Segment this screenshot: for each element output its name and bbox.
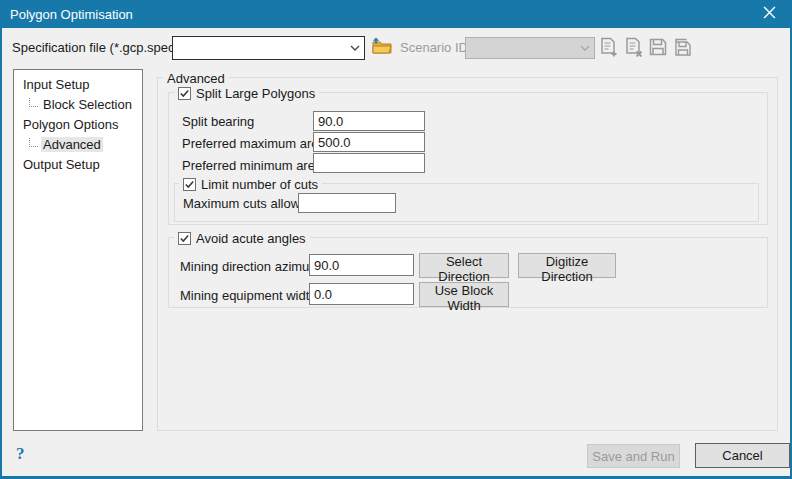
scenario-id-combobox[interactable]: [465, 37, 595, 59]
spec-file-label: Specification file (*.gcp.spec): [12, 40, 179, 55]
save-scenario-button[interactable]: [648, 38, 668, 58]
settings-tree: Input Setup Block Selection Polygon Opti…: [13, 69, 143, 431]
save-scenario-copy-button[interactable]: [671, 38, 693, 58]
split-large-polygons-label: Split Large Polygons: [196, 86, 315, 101]
tree-item-input-setup[interactable]: Input Setup: [14, 75, 142, 95]
use-block-width-button[interactable]: Use Block Width: [419, 282, 509, 307]
limit-number-of-cuts-label: Limit number of cuts: [201, 177, 318, 192]
tree-branch-icon: [29, 98, 38, 107]
avoid-acute-angles-label: Avoid acute angles: [196, 231, 306, 246]
tree-item-block-selection[interactable]: Block Selection: [14, 95, 142, 115]
tree-item-polygon-options[interactable]: Polygon Options: [14, 115, 142, 135]
new-scenario-button[interactable]: [599, 37, 619, 59]
delete-scenario-icon: [625, 37, 643, 60]
digitize-direction-button[interactable]: Digitize Direction: [518, 253, 616, 278]
new-scenario-icon: [600, 37, 618, 60]
avoid-acute-angles-checkbox[interactable]: [178, 232, 191, 245]
close-icon: [763, 6, 776, 22]
tree-branch-icon: [29, 138, 38, 147]
preferred-maximum-area-label: Preferred maximum area: [182, 136, 326, 151]
save-and-run-button[interactable]: Save and Run: [587, 444, 680, 468]
chevron-down-icon: [576, 45, 594, 51]
cancel-button[interactable]: Cancel: [695, 443, 790, 468]
limit-number-of-cuts-checkbox[interactable]: [183, 178, 196, 191]
open-folder-button[interactable]: [370, 37, 394, 58]
tree-item-advanced[interactable]: Advanced: [14, 135, 142, 155]
split-large-polygons-checkbox[interactable]: [178, 87, 191, 100]
mining-equipment-width-label: Mining equipment width: [180, 288, 317, 303]
maximum-cuts-allowed-input[interactable]: [298, 193, 396, 213]
select-direction-button[interactable]: Select Direction: [419, 253, 509, 278]
spec-file-combobox[interactable]: [172, 36, 365, 60]
split-bearing-input[interactable]: [313, 111, 425, 131]
open-folder-icon: [371, 37, 393, 58]
preferred-minimum-area-label: Preferred minimum area: [182, 158, 322, 173]
preferred-maximum-area-input[interactable]: [313, 132, 425, 152]
chevron-down-icon: [346, 45, 364, 51]
polygon-optimisation-dialog: Polygon Optimisation Specification file …: [0, 0, 792, 479]
titlebar: Polygon Optimisation: [0, 0, 792, 28]
window-title: Polygon Optimisation: [10, 7, 133, 22]
mining-equipment-width-input[interactable]: [309, 283, 414, 305]
panel-title: Advanced: [163, 70, 229, 86]
save-scenario-copy-icon: [672, 38, 692, 59]
mining-direction-azimuth-input[interactable]: [309, 254, 414, 276]
tree-item-output-setup[interactable]: Output Setup: [14, 155, 142, 175]
delete-scenario-button[interactable]: [624, 37, 644, 59]
scenario-id-label: Scenario ID: [400, 40, 468, 55]
close-button[interactable]: [746, 0, 792, 28]
save-scenario-icon: [649, 38, 667, 59]
split-bearing-label: Split bearing: [182, 114, 254, 129]
maximum-cuts-allowed-label: Maximum cuts allowed: [183, 196, 315, 211]
mining-direction-azimuth-label: Mining direction azimuth: [180, 259, 320, 274]
preferred-minimum-area-input[interactable]: [313, 153, 425, 173]
help-icon[interactable]: ?: [16, 444, 25, 464]
